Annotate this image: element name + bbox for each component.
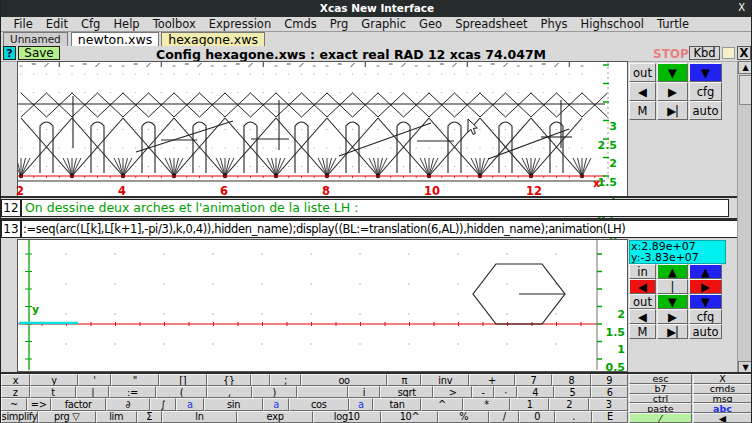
graph2-step-button[interactable]: ▶| [657, 324, 688, 339]
key-_[interactable]: => [27, 398, 51, 410]
key-8[interactable]: 8 [552, 374, 590, 386]
key-tan[interactable]: tan [373, 398, 420, 410]
scrollbar-thumb[interactable] [739, 75, 752, 105]
graph2-anim-pause-button[interactable]: | [657, 279, 688, 294]
graph1-pan-right-button[interactable]: ▶ [657, 82, 688, 101]
key-_[interactable]: . [555, 411, 592, 423]
line12-comment-field[interactable]: On dessine deux arches et l'animation de… [21, 199, 729, 217]
key-6[interactable]: 6 [591, 386, 628, 398]
key-y[interactable]: y [30, 374, 78, 386]
key-3[interactable]: 3 [589, 398, 628, 410]
menu-item-phys[interactable]: Phys [534, 17, 574, 31]
key-a[interactable]: a [349, 398, 374, 410]
key-_[interactable]: · [494, 386, 516, 398]
side-key-msg[interactable]: msg [693, 394, 752, 404]
key-_[interactable]: ~ [1, 398, 27, 410]
key-4[interactable]: 4 [517, 386, 554, 398]
side-key-cmds[interactable]: cmds [693, 384, 752, 394]
key-prg_[interactable]: prg ▽ [38, 411, 96, 423]
help-button[interactable]: ? [3, 46, 16, 60]
key-t[interactable]: t [30, 386, 77, 398]
menu-item-toolbox[interactable]: Toolbox [146, 17, 202, 31]
graph2-cfg-button[interactable]: cfg [689, 309, 722, 324]
side-key-b7[interactable]: b7 [629, 384, 692, 394]
line12-number[interactable]: 12 [1, 199, 21, 217]
key-0[interactable]: 0 [519, 411, 555, 423]
side-key-X[interactable]: X [693, 374, 752, 384]
key-inv[interactable]: inv [421, 374, 469, 386]
key-oo[interactable]: oo [301, 374, 387, 386]
menu-item-file[interactable]: File [7, 17, 39, 31]
side-key-_[interactable]: ⁄ [629, 413, 692, 423]
graph1-plot[interactable] [17, 61, 628, 196]
graph2-scroll-up-green-button[interactable]: ▲ [657, 264, 688, 279]
key-_[interactable]: ; [270, 374, 301, 386]
key-E[interactable]: E [592, 411, 628, 423]
save-button[interactable]: Save [18, 46, 60, 60]
graph2-pan-right-button[interactable]: ▶ [657, 309, 688, 324]
side-key-esc[interactable]: esc [629, 374, 692, 384]
graph1-menu-button[interactable]: M [629, 101, 656, 120]
menu-item-turtle[interactable]: Turtle [650, 17, 695, 31]
key-_[interactable]: ∂ [106, 398, 150, 410]
key-ln[interactable]: ln [162, 411, 238, 423]
key-2[interactable]: 2 [549, 398, 589, 410]
close-session-button[interactable]: X [737, 46, 751, 60]
key-a[interactable]: a [176, 398, 204, 410]
graph1-cfg-button[interactable]: cfg [689, 82, 722, 101]
key-10_[interactable]: 10^ [381, 411, 439, 423]
key-_[interactable]: ( [156, 386, 207, 398]
graph2-scroll-up-blue-button[interactable]: ▲ [689, 264, 722, 279]
stop-button[interactable]: STOP [653, 47, 689, 61]
key-_[interactable]: , [207, 386, 252, 398]
menu-item-edit[interactable]: Edit [39, 17, 74, 31]
key-7[interactable]: 7 [515, 374, 552, 386]
kbd-toggle-button[interactable]: Kbd [689, 46, 720, 60]
graph1-scroll-down-green-button[interactable]: ▼ [657, 63, 688, 82]
key-simplify[interactable]: simplify [1, 411, 38, 423]
menu-item-expression[interactable]: Expression [202, 17, 277, 31]
menu-item-graphic[interactable]: Graphic [355, 17, 413, 31]
key-blank[interactable] [297, 386, 348, 398]
tab-hexagone[interactable]: hexagone.xws [161, 32, 265, 46]
line13-number[interactable]: 13 [1, 220, 21, 238]
key-_[interactable]: % [438, 411, 489, 423]
key-_[interactable]: / [489, 411, 519, 423]
key-exp[interactable]: exp [237, 411, 313, 423]
key-sqrt[interactable]: sqrt [380, 386, 433, 398]
key-z[interactable]: z [1, 386, 30, 398]
key-log10[interactable]: log10 [313, 411, 381, 423]
session-scrollbar[interactable]: ▲ ▼ [737, 61, 752, 374]
key-_[interactable]: " [111, 374, 159, 386]
graph1-auto-button[interactable]: auto [689, 101, 722, 120]
key-_[interactable]: ∫ [150, 398, 176, 410]
key-5[interactable]: 5 [554, 386, 592, 398]
key-_[interactable]: > [433, 386, 472, 398]
menu-item-prg[interactable]: Prg [323, 17, 355, 31]
key-_[interactable]: [] [159, 374, 207, 386]
key-i[interactable]: i [348, 386, 381, 398]
key-_[interactable]: * [463, 398, 510, 410]
key-_[interactable]: ^ [421, 398, 463, 410]
side-key-ctrl[interactable]: ctrl [629, 394, 692, 404]
key-_[interactable]: π [387, 374, 421, 386]
key-_[interactable]: Σ [137, 411, 162, 423]
graph2-anim-forward-button[interactable]: ▶ [689, 279, 722, 294]
key-sin[interactable]: sin [204, 398, 263, 410]
menu-item-cmds[interactable]: Cmds [278, 17, 324, 31]
graph1-zoom-out-button[interactable]: out [629, 63, 656, 82]
tab-newton[interactable]: newton.xws [71, 32, 159, 46]
graph2-menu-button[interactable]: M [629, 324, 656, 339]
graph2-plot[interactable] [17, 239, 628, 372]
key-blank[interactable] [251, 374, 270, 386]
key-_[interactable]: - [472, 386, 494, 398]
graph2-auto-button[interactable]: auto [689, 324, 722, 339]
key-factor[interactable]: factor [51, 398, 106, 410]
key-cos[interactable]: cos [289, 398, 348, 410]
key-9[interactable]: 9 [591, 374, 628, 386]
config-status-text[interactable]: Config hexagone.xws : exact real RAD 12 … [61, 47, 641, 62]
graph2-anim-back-button[interactable]: ◀ [629, 279, 656, 294]
graph1-step-button[interactable]: ▶| [657, 101, 688, 120]
graph1-scroll-down-blue-button[interactable]: ▼ [689, 63, 722, 82]
menu-item-spreadsheet[interactable]: Spreadsheet [449, 17, 534, 31]
